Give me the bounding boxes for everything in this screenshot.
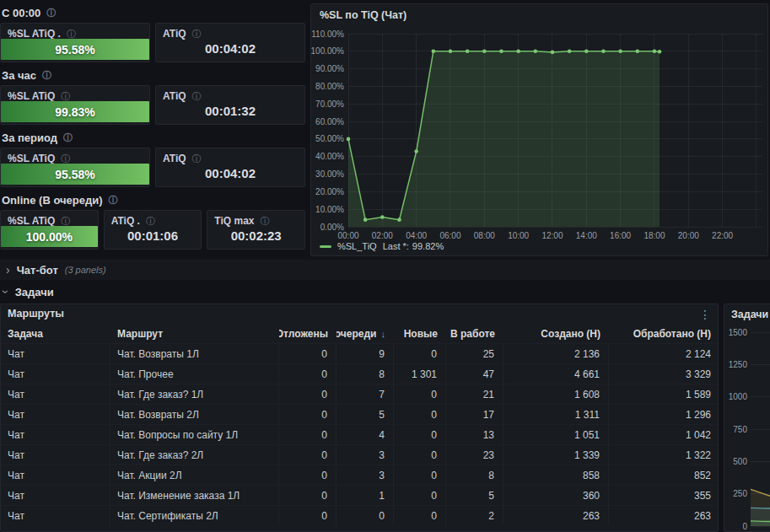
svg-text:12:00: 12:00 [541, 231, 563, 240]
row-header-label: За период [2, 132, 57, 144]
stat-row-za-period: %SL ATiQⓘ95.58%ATiQⓘ00:04:02 [0, 148, 305, 187]
info-icon[interactable]: ⓘ [46, 8, 56, 18]
svg-text:10:00: 10:00 [508, 231, 529, 240]
tasks-chart-panel: Задачи (Чат) 0250500750100012501500 [724, 304, 770, 532]
info-icon[interactable]: ⓘ [61, 217, 70, 226]
cell: 0 [279, 343, 337, 363]
header-cell-Отложены[interactable]: Отложены [279, 325, 337, 343]
row-tasks-label[interactable]: Задачи [15, 286, 54, 298]
table-row: ЧатЧат. Вопросы по сайту 1Л040131 0511 0… [1, 424, 718, 444]
cell: Чат. Прочее [110, 363, 279, 384]
cell: 1 608 [503, 384, 609, 404]
cell: 3 329 [609, 363, 719, 384]
table-row: ЧатЧат. Изменение заказа 1Л0105360355 [1, 485, 718, 505]
info-icon[interactable]: ⓘ [260, 217, 269, 226]
stat-panel-header: %SL ATiQ .ⓘ [1, 24, 149, 40]
cell: 23 [446, 444, 503, 465]
header-cell-Новые[interactable]: Новые [394, 325, 446, 343]
stat-panel-title[interactable]: ATiQ . [111, 215, 140, 227]
cell: 13 [446, 424, 503, 444]
row-chatbot[interactable]: › Чат-бот (3 panels) [0, 260, 770, 280]
row-header-za-period[interactable]: За периодⓘ [2, 131, 305, 144]
stat-panel-za-period-1: ATiQⓘ00:04:02 [155, 148, 305, 187]
cell: Чат. Сертификаты 2Л [110, 505, 279, 525]
row-chatbot-label[interactable]: Чат-бот [17, 264, 58, 277]
gauge-bar-value: 100.00% [1, 226, 98, 247]
cell: Чат [1, 343, 110, 363]
panel-menu-kebab-icon[interactable]: ⋮ [699, 308, 711, 321]
svg-text:02:00: 02:00 [372, 231, 393, 240]
svg-text:110.00%: 110.00% [311, 30, 344, 39]
table-header-row: ЗадачаМаршрутОтложеныВ очереди↓НовыеВ ра… [1, 325, 718, 343]
info-icon[interactable]: ⓘ [61, 92, 70, 101]
header-cell-Создано (Н)[interactable]: Создано (Н) [503, 325, 609, 343]
cell: 0 [279, 485, 337, 505]
header-cell-В очереди[interactable]: В очереди↓ [337, 325, 394, 343]
cell: Чат. Где заказ? 2Л [110, 444, 279, 465]
row-tasks[interactable]: › Задачи [0, 282, 770, 301]
info-icon[interactable]: ⓘ [192, 154, 202, 164]
gauge-bar-value: 95.58% [1, 39, 149, 60]
stat-panel-title[interactable]: %SL ATiQ [8, 215, 55, 227]
grafana-dashboard: { "colors": { "green_line": "#73bf69", "… [0, 0, 770, 532]
cell: 360 [503, 485, 609, 505]
stat-value: 00:02:23 [207, 228, 304, 243]
stat-panel-header: ATiQⓘ [156, 86, 304, 102]
info-icon[interactable]: ⓘ [63, 133, 73, 142]
cell: Чат. Акции 2Л [110, 465, 279, 485]
svg-text:40.00%: 40.00% [315, 152, 344, 161]
cell: 852 [609, 465, 719, 485]
stat-panel-title[interactable]: ATiQ [163, 90, 186, 102]
stat-value: 00:04:02 [156, 41, 304, 56]
stat-panel-za-period-0: %SL ATiQⓘ95.58% [0, 148, 150, 187]
row-header-za-chas[interactable]: За часⓘ [2, 68, 305, 82]
stat-panel-title[interactable]: %SL ATiQ [8, 90, 55, 102]
header-cell-В работе[interactable]: В работе [446, 325, 503, 343]
cell: 263 [609, 505, 719, 525]
stat-panel-header: TiQ maxⓘ [207, 211, 304, 227]
cell: 0 [279, 363, 337, 384]
stat-panel-online-2: TiQ maxⓘ00:02:23 [207, 210, 305, 250]
svg-text:1500: 1500 [729, 328, 748, 337]
cell: 3 [337, 444, 394, 465]
cell: Чат [1, 444, 110, 465]
cell: 0 [279, 505, 337, 525]
stat-panel-title[interactable]: ATiQ [163, 153, 186, 164]
header-cell-Маршрут[interactable]: Маршрут [110, 325, 279, 343]
cell: Чат. Вопросы по сайту 1Л [110, 424, 279, 444]
stat-panel-header: %SL ATiQⓘ [1, 211, 98, 227]
info-icon[interactable]: ⓘ [61, 154, 70, 164]
stat-row-za-chas: %SL ATiQⓘ99.83%ATiQⓘ00:01:32 [0, 85, 305, 125]
info-icon[interactable]: ⓘ [109, 196, 118, 205]
cell: 0 [279, 444, 337, 465]
header-cell-label: Маршрут [117, 328, 163, 340]
info-icon[interactable]: ⓘ [42, 71, 51, 80]
info-icon[interactable]: ⓘ [192, 92, 202, 101]
stat-panel-header: %SL ATiQⓘ [1, 148, 149, 164]
header-cell-Задача[interactable]: Задача [1, 325, 110, 343]
stat-panel-title[interactable]: %SL ATiQ [8, 153, 55, 164]
legend-series-name[interactable]: %SL_TiQ [337, 241, 377, 251]
stat-panel-title[interactable]: ATiQ [163, 28, 186, 40]
cell: Чат [1, 424, 110, 444]
stat-panel-title[interactable]: %SL ATiQ . [8, 28, 61, 40]
row-header-since-0000[interactable]: С 00:00ⓘ [2, 6, 305, 19]
cell: 0 [394, 424, 446, 444]
legend-line-swatch [320, 245, 331, 248]
stat-panel-title[interactable]: TiQ max [214, 215, 254, 227]
panel-title-sl-tiq[interactable]: %SL по TiQ (Чат) [320, 9, 407, 21]
panel-title-tasks-chart[interactable]: Задачи (Чат) [731, 309, 770, 320]
svg-text:30.00%: 30.00% [315, 169, 344, 179]
svg-text:100.00%: 100.00% [311, 46, 344, 56]
row-header-online[interactable]: Online (В очереди)ⓘ [2, 193, 305, 207]
header-cell-Обработано (Н)[interactable]: Обработано (Н) [609, 325, 719, 343]
info-icon[interactable]: ⓘ [146, 217, 155, 226]
stat-row-online: %SL ATiQⓘ100.00%ATiQ .ⓘ00:01:06TiQ maxⓘ0… [0, 210, 305, 250]
info-icon[interactable]: ⓘ [67, 30, 76, 39]
svg-text:500: 500 [733, 457, 747, 466]
panel-title-routes[interactable]: Маршруты [8, 308, 64, 320]
sl-tiq-chart-panel: %SL по TiQ (Чат) 0.00%10.00%20.00%30.00%… [310, 3, 768, 256]
info-icon[interactable]: ⓘ [192, 30, 202, 39]
sl-tiq-chart: 0.00%10.00%20.00%30.00%40.00%50.00%60.00… [311, 4, 768, 242]
stat-panel-online-0: %SL ATiQⓘ100.00% [0, 210, 99, 250]
